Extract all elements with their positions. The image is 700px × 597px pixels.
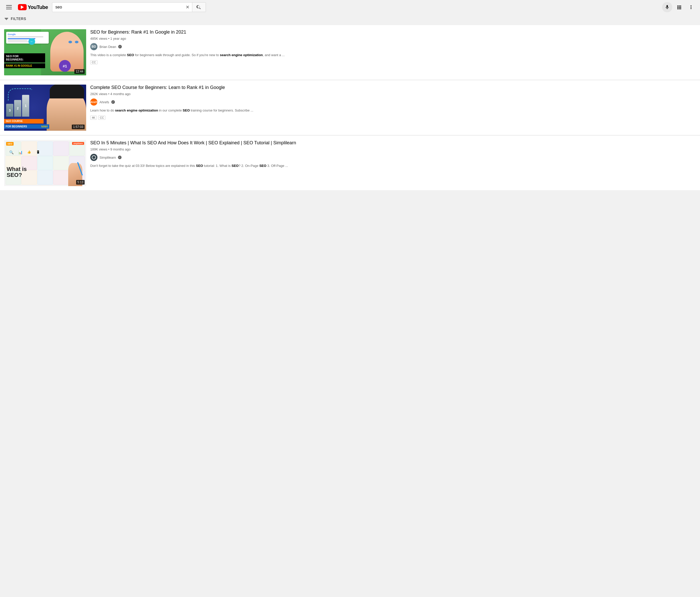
video-duration-1: 12:44	[74, 69, 84, 74]
4k-badge-2: 4K	[90, 115, 97, 120]
filters-label: FILTERS	[11, 17, 26, 21]
verified-icon-3: ✓	[118, 156, 122, 159]
search-bar: ✕	[52, 2, 206, 12]
more-options-button[interactable]	[686, 2, 696, 12]
search-input[interactable]	[52, 5, 183, 9]
video-result-3: What isSEO? simplilearn ahrefs SEO 🔍 📊 👍…	[0, 136, 700, 190]
video-title-1[interactable]: SEO for Beginners: Rank #1 In Google in …	[90, 29, 696, 35]
search-icon	[196, 5, 202, 10]
apps-button[interactable]	[674, 2, 684, 12]
channel-name-1[interactable]: Brian Dean	[99, 45, 116, 49]
video-result-1: Google ← SEO FORBEGINNERS: RANK #1 IN GO…	[0, 25, 700, 79]
simplilearn-avatar	[90, 154, 97, 161]
video-title-2[interactable]: Complete SEO Course for Beginners: Learn…	[90, 85, 696, 90]
mic-icon	[665, 5, 670, 10]
video-duration-3: 5:13	[76, 180, 84, 185]
more-vertical-icon	[688, 4, 694, 10]
close-icon: ✕	[185, 4, 190, 10]
filters-icon	[4, 17, 9, 21]
video-meta-1: 485K views • 1 year ago	[90, 37, 696, 41]
video-meta-3: 189K views • 9 months ago	[90, 147, 696, 151]
channel-avatar-1[interactable]: BD	[90, 43, 97, 50]
thumbnail-1[interactable]: Google ← SEO FORBEGINNERS: RANK #1 IN GO…	[4, 29, 86, 75]
brian-dean-avatar: BD	[90, 43, 97, 50]
search-submit-button[interactable]	[192, 3, 206, 12]
verified-icon-1: ✓	[118, 45, 122, 48]
search-clear-button[interactable]: ✕	[183, 4, 192, 10]
channel-avatar-2[interactable]: ahrefs	[90, 99, 97, 106]
channel-row-2: ahrefs Ahrefs ✓	[90, 99, 696, 106]
video-result-2: → 3 2 1 SEO COURSE FOR BEGINNERS tshirt	[0, 80, 700, 135]
video-meta-2: 282K views • 4 months ago	[90, 92, 696, 96]
video-title-3[interactable]: SEO In 5 Minutes | What Is SEO And How D…	[90, 140, 696, 146]
filters-bar: FILTERS	[0, 15, 700, 23]
header: YouTube ✕	[0, 0, 700, 15]
verified-icon-2: ✓	[111, 100, 115, 104]
cc-badge-2: CC	[98, 115, 105, 120]
header-right	[662, 2, 696, 12]
youtube-logo-icon	[18, 4, 27, 10]
search-results: Google ← SEO FORBEGINNERS: RANK #1 IN GO…	[0, 23, 700, 193]
cc-badge-1: CC	[90, 60, 97, 64]
video-desc-2: Learn how to do search engine optimizati…	[90, 108, 696, 113]
youtube-logo[interactable]: YouTube	[18, 4, 48, 10]
video-info-2: Complete SEO Course for Beginners: Learn…	[90, 85, 696, 131]
hamburger-icon	[6, 5, 12, 9]
menu-button[interactable]	[4, 3, 14, 11]
header-left: YouTube	[4, 3, 48, 11]
channel-avatar-3[interactable]	[90, 154, 97, 161]
video-desc-1: This video is a complete SEO for beginne…	[90, 53, 696, 57]
badges-row-2: 4K CC	[90, 115, 696, 120]
ahrefs-avatar: ahrefs	[90, 99, 97, 106]
video-desc-3: Don't forget to take the quiz at 03:33! …	[90, 163, 696, 168]
badges-row-1: CC	[90, 60, 696, 64]
video-info-3: SEO In 5 Minutes | What Is SEO And How D…	[90, 140, 696, 186]
filters-button[interactable]: FILTERS	[4, 17, 26, 21]
channel-row-3: Simplilearn ✓	[90, 154, 696, 161]
grid-icon	[676, 4, 682, 10]
youtube-logo-text: YouTube	[28, 4, 48, 10]
mic-button[interactable]	[662, 2, 672, 12]
video-duration-2: 1:57:03	[72, 125, 84, 129]
channel-name-3[interactable]: Simplilearn	[99, 156, 116, 159]
channel-row-1: BD Brian Dean ✓	[90, 43, 696, 50]
video-info-1: SEO for Beginners: Rank #1 In Google in …	[90, 29, 696, 75]
thumbnail-3[interactable]: What isSEO? simplilearn ahrefs SEO 🔍 📊 👍…	[4, 140, 86, 186]
channel-name-2[interactable]: Ahrefs	[99, 100, 109, 104]
thumbnail-2[interactable]: → 3 2 1 SEO COURSE FOR BEGINNERS tshirt	[4, 85, 86, 131]
